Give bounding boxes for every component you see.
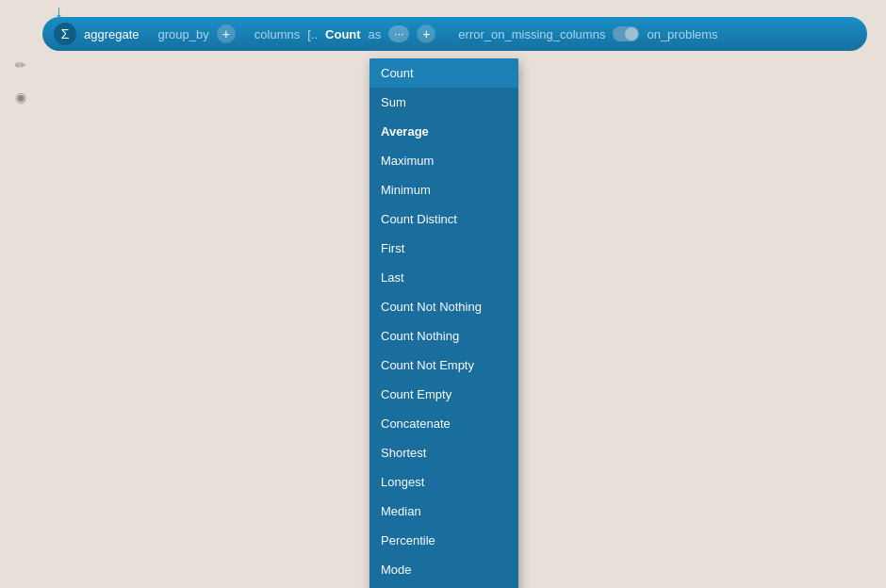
dropdown-item-first[interactable]: First <box>369 234 518 263</box>
dropdown-item-sum[interactable]: Sum <box>369 88 518 117</box>
columns-label: columns <box>254 27 300 41</box>
eye-tool[interactable]: ◉ <box>8 84 34 110</box>
dropdown-item-average[interactable]: Average <box>369 117 518 146</box>
dropdown-item-count[interactable]: Count <box>369 58 518 88</box>
dropdown-item-standard-deviation[interactable]: Standard Deviation <box>369 584 518 588</box>
columns-add-button[interactable]: + <box>417 24 435 43</box>
dropdown-item-percentile[interactable]: Percentile <box>369 526 518 555</box>
dropdown-item-minimum[interactable]: Minimum <box>369 175 518 204</box>
toggle-switch[interactable] <box>613 26 639 41</box>
dropdown-item-median[interactable]: Median <box>369 497 518 526</box>
dropdown-item-concatenate[interactable]: Concatenate <box>369 409 518 438</box>
as-label: as <box>369 27 382 41</box>
group-by-add-button[interactable]: + <box>217 24 236 43</box>
pencil-tool[interactable]: ✏ <box>8 52 34 78</box>
aggregate-dropdown: CountSumAverageMaximumMinimumCount Disti… <box>369 58 518 588</box>
dots-button[interactable]: ··· <box>388 25 409 42</box>
on-problems-label: on_problems <box>647 27 717 41</box>
dropdown-item-last[interactable]: Last <box>369 263 518 292</box>
dropdown-item-maximum[interactable]: Maximum <box>369 146 518 175</box>
dropdown-item-shortest[interactable]: Shortest <box>369 438 518 467</box>
dropdown-item-count-not-empty[interactable]: Count Not Empty <box>369 351 518 380</box>
dropdown-item-count-nothing[interactable]: Count Nothing <box>369 321 518 351</box>
dropdown-item-count-not-nothing[interactable]: Count Not Nothing <box>369 292 518 321</box>
count-label[interactable]: Count <box>325 27 361 41</box>
dropdown-item-mode[interactable]: Mode <box>369 555 518 584</box>
aggregate-pill: Σ aggregate group_by + columns [.. Count… <box>42 17 867 51</box>
dropdown-item-count-distinct[interactable]: Count Distinct <box>369 204 518 234</box>
error-label: error_on_missing_columns <box>458 27 605 41</box>
bracket-label: [.. <box>307 27 318 41</box>
aggregate-label: aggregate <box>84 27 139 41</box>
left-sidebar: ✏ ◉ <box>8 52 34 110</box>
group-by-label: group_by <box>158 27 209 41</box>
dropdown-item-count-empty[interactable]: Count Empty <box>369 380 518 409</box>
dropdown-item-longest[interactable]: Longest <box>369 467 518 497</box>
sigma-icon: Σ <box>54 23 76 45</box>
